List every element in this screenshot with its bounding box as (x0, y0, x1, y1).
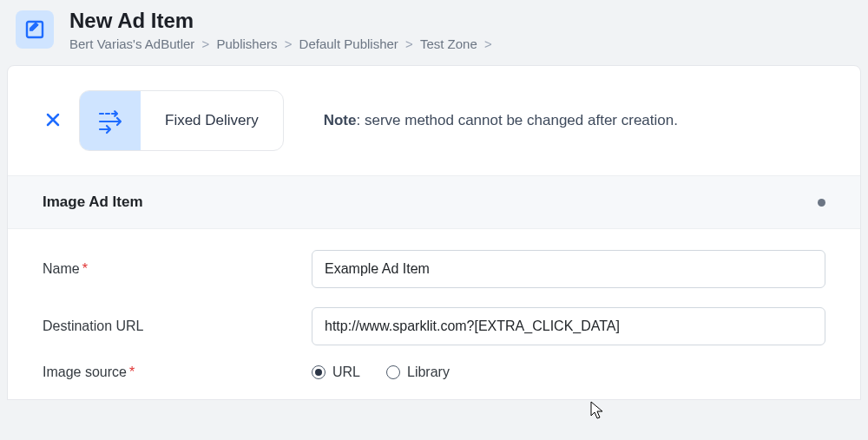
section-title: Image Ad Item (43, 194, 143, 211)
radio-icon (312, 365, 326, 379)
close-icon[interactable] (43, 111, 63, 131)
form-row-destination-url: Destination URL (43, 307, 825, 345)
form-row-name: Name* (43, 250, 825, 288)
chevron-right-icon: > (280, 36, 295, 51)
breadcrumb-item[interactable]: Test Zone (420, 36, 477, 51)
section-header: Image Ad Item (8, 176, 860, 229)
chevron-right-icon: > (198, 36, 213, 51)
serve-method-label: Fixed Delivery (141, 112, 283, 129)
image-source-url-option[interactable]: URL (312, 364, 360, 380)
name-label: Name* (43, 261, 294, 277)
form-row-image-source: Image source* URL Library (43, 364, 825, 380)
serve-method-note: Note: serve method cannot be changed aft… (324, 112, 678, 129)
destination-url-input[interactable] (312, 307, 825, 345)
radio-icon (386, 365, 400, 379)
serve-arrows-icon (80, 91, 141, 150)
serve-method-row: Fixed Delivery Note: serve method cannot… (8, 66, 860, 176)
serve-method-chip[interactable]: Fixed Delivery (79, 90, 284, 151)
form-area: Name* Destination URL Image source* URL (8, 229, 860, 380)
radio-label: Library (407, 364, 450, 380)
chevron-right-icon: > (481, 36, 496, 51)
radio-label: URL (332, 364, 360, 380)
page-header: New Ad Item Bert Varias's AdButler > Pub… (0, 0, 868, 65)
chevron-right-icon: > (402, 36, 417, 51)
status-dot-icon (818, 199, 825, 207)
name-input[interactable] (312, 250, 825, 288)
image-source-library-option[interactable]: Library (386, 364, 450, 380)
required-icon: * (129, 364, 135, 379)
image-source-radio-group: URL Library (312, 364, 825, 380)
main-card: Fixed Delivery Note: serve method cannot… (7, 65, 861, 400)
note-label: Note (324, 112, 357, 128)
page-title: New Ad Item (69, 9, 496, 33)
required-icon: * (82, 261, 88, 276)
edit-icon (16, 10, 54, 49)
breadcrumb-item[interactable]: Publishers (216, 36, 277, 51)
breadcrumb-item[interactable]: Bert Varias's AdButler (69, 36, 194, 51)
breadcrumb: Bert Varias's AdButler > Publishers > De… (69, 36, 496, 51)
destination-url-label: Destination URL (43, 319, 294, 334)
cursor-icon (590, 401, 604, 423)
image-source-label: Image source* (43, 364, 294, 380)
note-text: : serve method cannot be changed after c… (356, 112, 677, 128)
breadcrumb-item[interactable]: Default Publisher (299, 36, 398, 51)
